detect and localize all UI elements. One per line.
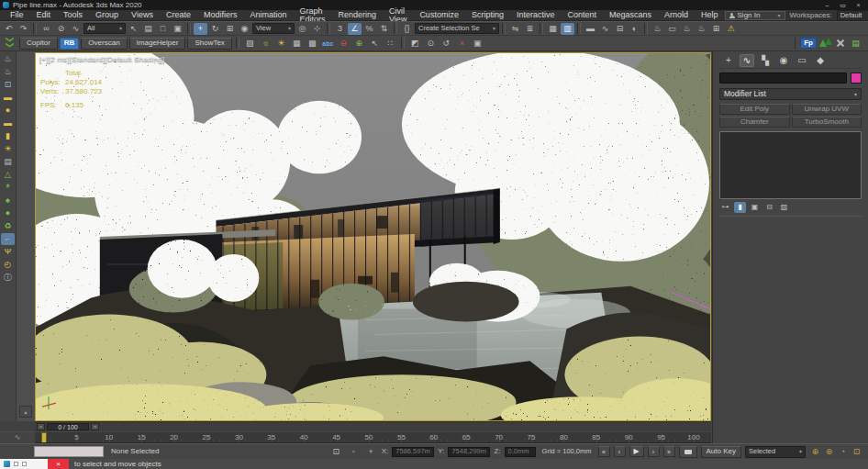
tab-utilities[interactable]: ◆ — [813, 54, 828, 67]
timer-icon[interactable]: ◴ — [1, 259, 15, 271]
spinner-snap-icon[interactable]: ⇅ — [377, 23, 391, 35]
select-manipulate-icon[interactable]: ⊹ — [310, 23, 324, 35]
modifier-button-edit-poly[interactable]: Edit Poly — [719, 104, 790, 115]
select-link-icon[interactable]: ∞ — [39, 23, 53, 35]
ref-coord-dropdown[interactable]: View▾ — [252, 23, 295, 34]
menu-content[interactable]: Content — [561, 11, 603, 19]
pan-icon[interactable]: ⊛ — [823, 446, 835, 458]
checker-b-icon[interactable]: ▩ — [306, 38, 319, 50]
scroll-up-button[interactable]: ▴ — [19, 406, 32, 418]
keyboard-icon[interactable]: ▤ — [1, 156, 15, 168]
track-bar[interactable]: 5101520253035404550556065707580859095100 — [35, 431, 711, 443]
go-to-start-button[interactable]: « — [598, 446, 610, 457]
pick-cursor-icon[interactable]: ↖ — [368, 38, 382, 50]
previous-frame-button[interactable]: ‹ — [614, 446, 626, 457]
tab-create[interactable]: + — [721, 54, 736, 67]
orbit-icon[interactable]: ◔ — [837, 446, 849, 458]
rect-selection-region-icon[interactable]: □ — [156, 23, 170, 35]
time-slider-handle[interactable]: 0 / 100 — [47, 423, 89, 430]
select-object-icon[interactable]: ↖ — [127, 23, 140, 35]
turntable-icon[interactable]: ↺ — [440, 38, 453, 50]
current-frame-marker[interactable] — [41, 432, 47, 443]
maximize-viewport-icon[interactable]: ⊡ — [851, 446, 862, 458]
show-end-result-icon[interactable]: ▮ — [734, 202, 746, 213]
rendered-frame-icon[interactable]: ▭ — [665, 23, 679, 35]
menu-megascans[interactable]: Megascans — [603, 11, 658, 19]
modifier-list-dropdown[interactable]: Modifier List ▾ — [719, 88, 862, 100]
window-settings-icon[interactable]: ⊡ — [1, 79, 15, 91]
xyz-toggle-icon[interactable]: ∷ — [384, 38, 397, 50]
select-rotate-icon[interactable]: ↻ — [208, 23, 222, 35]
set-key-button[interactable] — [679, 446, 697, 458]
modifier-button-turbosmooth[interactable]: TurboSmooth — [792, 117, 862, 128]
warning-icon[interactable]: ⚠ — [724, 23, 738, 35]
rb-button[interactable]: RB — [60, 38, 80, 50]
render-iterative-icon[interactable]: ♨ — [695, 23, 708, 35]
menu-views[interactable]: Views — [125, 11, 160, 19]
pin-stack-icon[interactable]: ⊶ — [719, 202, 731, 213]
workspaces-dropdown[interactable]: Default▾ — [837, 10, 868, 21]
list-table-icon[interactable]: ▤ — [849, 38, 862, 50]
quad-view-icon[interactable]: ⊞ — [709, 23, 723, 35]
capsule-icon[interactable]: ▬ — [1, 117, 15, 129]
isolate-selection-icon[interactable]: ⊡ — [329, 446, 343, 458]
forestpack-button[interactable]: Fp — [800, 38, 817, 49]
forest-trees-icon[interactable] — [819, 38, 832, 49]
select-move-icon[interactable]: + — [194, 23, 207, 35]
viewport[interactable]: [+][2 ms][Standard][Default Shading] Tot… — [35, 52, 711, 421]
headlight-icon[interactable]: ⊙ — [424, 38, 438, 50]
copitor-button[interactable]: Copitor — [19, 38, 58, 50]
sun-icon[interactable]: ☀ — [1, 143, 15, 155]
lod-triangle-icon[interactable]: △ — [1, 169, 15, 181]
mini-curve-editor-button[interactable]: ∿ — [0, 431, 35, 443]
angle-snap-icon[interactable]: ∠ — [348, 23, 362, 35]
camera-teapot-icon[interactable]: ♨ — [1, 66, 15, 78]
x-coordinate-field[interactable]: 7586,597m — [392, 447, 434, 457]
cylinder-icon[interactable]: ▮ — [1, 130, 15, 142]
menu-create[interactable]: Create — [160, 11, 197, 19]
menu-animation[interactable]: Animation — [243, 11, 293, 19]
recycle-icon[interactable]: ♻ — [1, 220, 15, 232]
taskbar-app-icon[interactable] — [4, 461, 10, 467]
menu-modifiers[interactable]: Modifiers — [197, 11, 244, 19]
window-crossing-icon[interactable]: ▣ — [171, 23, 184, 35]
object-color-swatch[interactable] — [851, 73, 862, 84]
tree-icon[interactable]: ♠ — [1, 195, 15, 207]
y-coordinate-field[interactable]: 7548,299m — [448, 447, 490, 457]
snowflake-icon[interactable]: * — [1, 182, 15, 194]
chat-bubble-icon[interactable]: ● — [1, 207, 15, 219]
menu-scripting[interactable]: Scripting — [465, 11, 510, 19]
visibility-plus-icon[interactable]: ⊕ — [352, 38, 366, 50]
plane-icon[interactable]: ▬ — [1, 92, 15, 104]
redo-icon[interactable]: ↷ — [17, 23, 30, 35]
menu-help[interactable]: Help — [695, 11, 725, 19]
menu-group[interactable]: Group — [89, 11, 125, 19]
tools-wrench-icon[interactable] — [835, 38, 846, 49]
unlink-selection-icon[interactable]: ⊘ — [54, 23, 68, 35]
select-scale-icon[interactable]: ⊞ — [223, 23, 237, 35]
snap-toggle-icon[interactable]: 3 — [333, 23, 347, 35]
hatch-icon[interactable]: ▨ — [243, 38, 257, 50]
menu-tools[interactable]: Tools — [57, 11, 89, 19]
modifier-button-chamfer[interactable]: Chamfer — [719, 117, 790, 128]
prev-frame-button[interactable]: < — [37, 423, 45, 430]
delete-helper-icon[interactable]: × — [455, 38, 469, 50]
render-setup-icon[interactable]: ♨ — [651, 23, 664, 35]
named-sets-dropdown[interactable]: Create Selection Se▾ — [415, 23, 499, 34]
select-by-name-icon[interactable]: ▤ — [141, 23, 155, 35]
vray-chevrons-icon[interactable] — [3, 38, 17, 50]
transform-typein-icon[interactable]: + — [364, 446, 378, 458]
checker-a-icon[interactable]: ▦ — [290, 38, 304, 50]
light-toggle-icon[interactable]: ☀ — [274, 38, 288, 50]
scene-explorer-icon[interactable]: ▦ — [546, 23, 560, 35]
tab-modify[interactable]: ∿ — [740, 54, 754, 67]
taskbar-window-icon-2[interactable] — [22, 462, 27, 466]
overscan-button[interactable]: Overscan — [81, 38, 127, 50]
schematic-view-icon[interactable]: ⊟ — [613, 23, 627, 35]
menu-rendering[interactable]: Rendering — [332, 11, 384, 19]
bind-spacewarp-icon[interactable]: ∿ — [69, 23, 83, 35]
time-slider[interactable]: < 0 / 100 > — [35, 421, 711, 431]
pipe-icon[interactable]: ⌐ — [1, 233, 15, 245]
material-editor-icon[interactable]: ◐ — [628, 23, 641, 35]
ribbon-toggle-icon[interactable]: ▬ — [584, 23, 597, 35]
